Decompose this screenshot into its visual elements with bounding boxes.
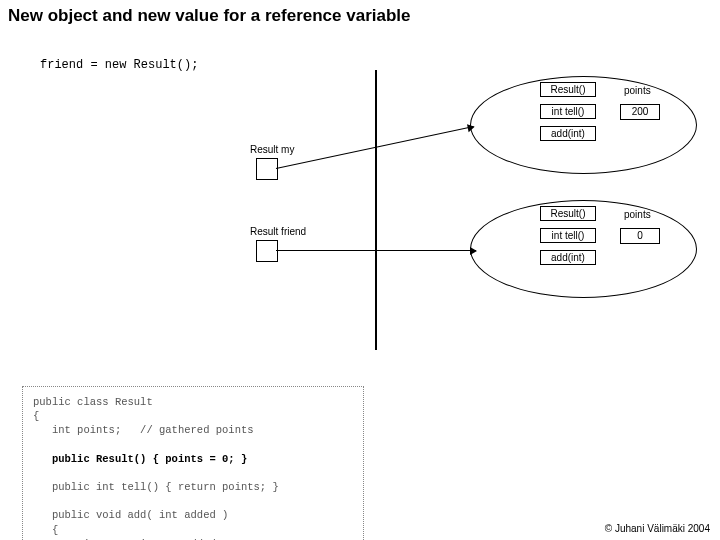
stack-var-box-my	[256, 158, 278, 180]
method-box-add-2: add(int)	[540, 250, 596, 265]
method-box-result-2: Result()	[540, 206, 596, 221]
method-box-tell-2: int tell()	[540, 228, 596, 243]
stack-var-label-friend: Result friend	[250, 226, 306, 237]
copyright-notice: © Juhani Välimäki 2004	[605, 523, 710, 534]
code-line: {	[33, 410, 39, 422]
code-line: {	[33, 524, 58, 536]
field-value-points-1: 200	[620, 104, 660, 120]
code-line: int points; // gathered points	[33, 424, 254, 436]
code-line: public int tell() { return points; }	[33, 481, 279, 493]
class-source-code: public class Result { int points; // gat…	[22, 386, 364, 540]
reference-arrow-friend	[276, 250, 476, 251]
method-box-tell: int tell()	[540, 104, 596, 119]
field-label-points-2: points	[624, 209, 651, 220]
method-box-add: add(int)	[540, 126, 596, 141]
stack-var-box-friend	[256, 240, 278, 262]
stack-var-label-my: Result my	[250, 144, 294, 155]
stack-heap-divider	[375, 70, 377, 350]
method-box-result: Result()	[540, 82, 596, 97]
code-line: public void add( int added )	[33, 509, 228, 521]
code-line-constructor: public Result() { points = 0; }	[33, 453, 247, 465]
field-value-points-2: 0	[620, 228, 660, 244]
code-statement: friend = new Result();	[40, 58, 198, 72]
field-label-points-1: points	[624, 85, 651, 96]
slide-title: New object and new value for a reference…	[8, 6, 411, 26]
code-line: public class Result	[33, 396, 153, 408]
